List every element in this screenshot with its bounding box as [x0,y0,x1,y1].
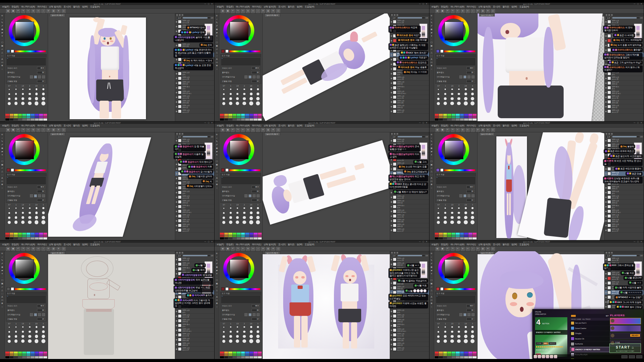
color-set-swatch[interactable] [464,237,468,239]
player-row[interactable] [610,325,641,332]
layer-row[interactable]: 100% 표준2003 (3) [605,223,644,228]
cut-icon[interactable]: ✂ [456,128,460,132]
brush-size-swatch[interactable] [234,97,240,101]
color-set-swatch[interactable] [468,352,472,354]
color-set-swatch[interactable] [10,116,14,118]
color-set-swatch[interactable] [435,235,439,237]
color-set-swatch[interactable] [245,354,249,356]
color-set-swatch[interactable] [435,237,439,239]
new-file-icon[interactable]: ▤ [221,128,225,132]
brush-size-swatch[interactable] [20,206,26,210]
move-tool-icon[interactable]: ✛ [430,252,432,255]
color-set-swatch[interactable] [460,352,464,354]
brush-size-swatch[interactable] [456,101,462,105]
property-value[interactable]: 48.5 [466,186,475,189]
color-set-swatch[interactable] [220,116,224,118]
antialias-option[interactable] [34,194,37,197]
antialias-option[interactable] [471,313,475,316]
ruler-icon[interactable]: ✛ [56,128,61,132]
layer-visibility-icon[interactable] [176,101,177,103]
color-set-swatch[interactable] [233,116,237,118]
brush-size-swatch[interactable] [20,220,26,224]
pen-tool-icon[interactable]: ✎ [216,140,218,143]
brush-size-swatch[interactable] [33,206,39,210]
layer-row[interactable]: 100% 표준2003 (18) [605,100,644,104]
sv-square[interactable] [15,140,34,159]
layer-row[interactable]: 100% 표준2003 (2) [390,319,429,323]
color-set-swatch[interactable] [250,116,254,118]
antialias-option[interactable] [471,194,475,197]
brush-size-swatch[interactable] [40,97,46,101]
pressure-curve[interactable] [436,296,475,303]
layer-visibility-icon[interactable] [391,344,392,345]
brush-size-swatch[interactable] [435,339,442,343]
brush-size-swatch[interactable] [241,216,247,220]
color-set-swatch[interactable] [258,114,262,116]
brush-size-swatch[interactable] [13,101,19,105]
brush-size-swatch[interactable] [228,334,234,338]
layer-menu-icon[interactable] [182,14,183,16]
brush-size-swatch[interactable] [228,220,234,224]
blend-tool-icon[interactable]: ⬡ [430,41,432,44]
brush-size-swatch[interactable] [469,325,476,329]
brush-size-swatch[interactable] [255,101,261,105]
layer-visibility-icon[interactable] [176,225,177,226]
brush-size-swatch[interactable] [234,206,240,210]
brush-size-swatch[interactable] [221,206,227,210]
canvas-tab[interactable]: 일러스트.clip ✕ [264,13,280,17]
canvas-stage[interactable] [478,135,604,240]
color-set-swatch[interactable] [443,233,447,235]
main-color-chip[interactable] [436,50,440,53]
brush-size-swatch[interactable] [27,101,33,105]
menu-item[interactable]: 선택 범위(S) [478,5,490,8]
brush-size-swatch[interactable] [27,334,33,338]
layer-visibility-icon[interactable] [176,78,177,79]
copy-icon[interactable]: ⧉ [461,247,465,251]
brush-size-swatch[interactable] [241,87,247,91]
brush-size-swatch[interactable] [20,334,26,338]
selection-tool-icon[interactable]: ▭ [216,180,218,183]
color-set-swatch[interactable] [258,354,262,356]
fill-tool-icon[interactable]: ▣ [1,163,3,166]
brush-size-swatch[interactable] [469,92,476,96]
layer-row[interactable]: 100% 표준레이어 25 [390,76,429,81]
color-set-swatch[interactable] [35,356,39,358]
color-set-swatch[interactable] [39,119,43,121]
cut-icon[interactable]: ✂ [241,128,245,132]
layer-menu-icon[interactable] [396,133,398,135]
color-set-swatch[interactable] [220,235,224,237]
color-set-swatch[interactable] [237,119,241,121]
menu-item[interactable]: 편집(E) [226,243,234,246]
pressure-curve[interactable] [436,177,475,184]
color-set-swatch[interactable] [39,235,43,237]
brush-size-swatch[interactable] [6,339,12,343]
song-list-tab[interactable]: MUSIC GAME [571,319,581,320]
color-set-swatch[interactable] [245,119,249,121]
menu-item[interactable]: 도움말(H) [520,5,529,8]
brush-size-swatch[interactable] [469,101,476,105]
brush-tool-icon[interactable]: ◉ [216,147,218,150]
antialias-option[interactable] [459,194,462,197]
color-set-swatch[interactable] [435,119,439,121]
color-set-swatch[interactable] [18,233,22,235]
menu-item[interactable]: 필터(I) [288,124,294,127]
brush-size-swatch[interactable] [241,101,247,105]
layer-visibility-icon[interactable] [176,320,177,322]
sv-square[interactable] [445,140,463,159]
undo-icon[interactable]: ↶ [16,247,20,251]
menu-item[interactable]: 선택 범위(S) [49,5,61,8]
color-set-swatch[interactable] [224,352,228,354]
menu-item[interactable]: 도움말(H) [90,124,100,127]
save-icon[interactable]: ▦ [226,128,230,132]
color-set-swatch[interactable] [447,119,451,121]
layer-search-icon[interactable] [179,14,181,16]
color-set-swatch[interactable] [250,356,254,358]
window-controls[interactable]: — ▢ ✕ [634,3,643,5]
layer-visibility-icon[interactable] [176,106,177,107]
layer-filter-icon[interactable] [176,14,178,16]
sv-square[interactable] [230,140,249,159]
pressure-curve[interactable] [7,177,46,184]
main-color-chip[interactable] [221,168,225,172]
layer-visibility-icon[interactable] [391,216,392,217]
brush-size-swatch[interactable] [234,220,240,224]
